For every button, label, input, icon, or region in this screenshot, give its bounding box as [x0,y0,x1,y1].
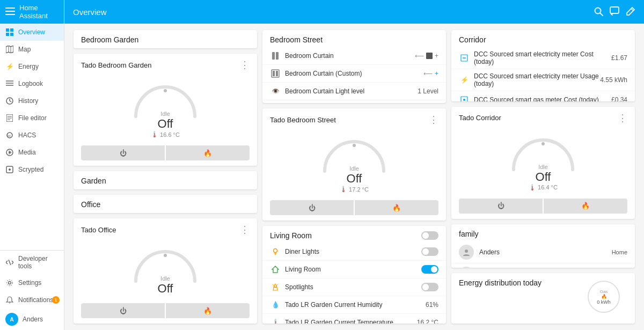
spotlights-toggle[interactable] [421,283,438,291]
curtain-stop-btn[interactable] [426,53,433,59]
thermostat-power-btn[interactable]: ⏻ [270,200,354,215]
hamburger-icon[interactable] [5,8,15,17]
thermostat-state: Off [529,170,558,184]
entity-name: Tado LR Garden Current Humidity [285,301,412,309]
living-room-toggle[interactable] [421,265,438,274]
thermostat-body: Idle Off [81,238,250,299]
sidebar-item-user[interactable]: A Anders [0,309,64,330]
sidebar-item-overview[interactable]: Overview [0,24,64,41]
thermostat-flame-btn[interactable]: 🔥 [166,303,250,318]
edit-icon[interactable] [626,6,635,18]
svg-line-47 [276,253,277,254]
office-header: Office [74,195,257,212]
search-icon[interactable] [594,6,603,18]
sidebar-label-developer-tools: Developer tools [18,255,58,270]
thermostat-title: Tado Office [81,226,116,234]
curtain-right-btn[interactable]: + [435,52,438,60]
sidebar-item-media[interactable]: Media [0,144,64,161]
chat-icon[interactable] [610,6,619,18]
svg-rect-42 [276,71,278,76]
thermostat-menu[interactable]: ⋮ [618,112,627,124]
sidebar-label-scrypted: Scrypted [18,166,43,173]
bedroom-street-title: Bedroom Street [270,35,323,44]
sidebar-label-media: Media [18,149,36,156]
diner-lights-toggle[interactable] [421,247,438,256]
thermostat-temp: 🌡️ 16.4 °C [529,184,558,191]
svg-rect-1 [5,11,15,12]
sidebar-label-logbook: Logbook [18,80,43,87]
thermostat-header: Tado Bedroom Street ⋮ [270,114,438,126]
sidebar-item-notifications[interactable]: Notifications 1 [0,291,64,309]
thermostat-menu[interactable]: ⋮ [429,114,438,126]
svg-line-27 [9,260,11,265]
thermostat-flame-btn[interactable]: 🔥 [544,199,627,214]
thermostat-header: Tado Corridor ⋮ [459,112,627,124]
sidebar-item-map[interactable]: Map [0,41,64,58]
svg-line-51 [277,284,278,285]
thermostat-menu[interactable]: ⋮ [240,224,250,236]
entity-row: ⚡ DCC Sourced smart electricity meter Us… [451,69,635,91]
svg-rect-5 [6,33,9,36]
thermostat-power-btn[interactable]: ⏻ [81,145,165,160]
svg-rect-2 [5,14,15,15]
app-title: Home Assistant [19,4,58,20]
entity-name: Bedroom Curtain [285,52,415,60]
curtain2-left-btn[interactable]: ⟵ [423,70,433,77]
thermostat-temp-val: 16.6 °C [160,131,180,138]
thermostat-menu[interactable]: ⋮ [240,59,250,71]
sidebar-item-logbook[interactable]: Logbook [0,75,64,92]
sidebar-label-file-editor: File editor [18,114,47,122]
living-room-card: Living Room Diner Lights Living Ro [262,226,446,324]
sidebar-item-file-editor[interactable]: File editor [0,109,64,127]
entity-value: 4.55 kWh [600,76,627,84]
garden-header: Garden [74,171,257,188]
home-icon [270,264,281,275]
thermostat-bedroom-street: Tado Bedroom Street ⋮ Idle Off 🌡️ 17.2 °… [262,108,446,221]
family-status: Home [612,249,627,255]
svg-marker-48 [272,266,279,273]
sidebar-item-history[interactable]: History [0,92,64,109]
sidebar-item-developer-tools[interactable]: Developer tools [0,251,64,274]
svg-point-28 [9,282,11,284]
svg-rect-0 [5,8,15,9]
thermostat-power-btn[interactable]: ⏻ [81,303,165,318]
bedroom-street-header: Bedroom Street [262,30,446,47]
living-room-main-toggle[interactable] [421,231,438,240]
svg-marker-7 [6,46,13,53]
sidebar-item-hacs[interactable]: H HACS [0,127,64,144]
thermostat-bedroom-garden: Tado Bedroom Garden ⋮ Idle Off 🌡️ 16.6 °… [74,54,257,166]
svg-rect-41 [273,71,275,76]
corridor-card: Corridor DCC Sourced smart electricity m… [451,30,635,101]
svg-point-29 [7,280,13,286]
thermostat-power-btn[interactable]: ⏻ [459,199,543,214]
sidebar-bottom: Developer tools Settings Notifications 1… [0,250,64,330]
thermostat-header: Tado Office ⋮ [81,224,250,236]
thermostat-flame-btn[interactable]: 🔥 [355,200,438,215]
svg-rect-38 [272,52,275,60]
sidebar-item-settings[interactable]: Settings [0,274,64,291]
thermostat-status: Idle [340,165,369,172]
sidebar-item-energy[interactable]: ⚡ Energy [0,58,64,75]
entity-name: Tado LR Garden Current Temperature [285,319,412,324]
family-header: family [451,224,635,241]
svg-line-33 [600,13,603,16]
bolt2-icon: ⚡ [459,75,470,85]
thermostat-title: Tado Bedroom Garden [81,61,152,69]
bedroom-garden-card: Bedroom Garden 💧 Tado Bedroom Garden Cur… [74,30,257,48]
thermostat-flame-btn[interactable]: 🔥 [166,145,250,160]
humidity-icon: 💧 [270,299,281,310]
corridor-header: Corridor [451,30,635,47]
scrypted-icon [5,165,14,174]
thermostat-status: Idle [151,111,180,117]
content-area: Bedroom Garden 💧 Tado Bedroom Garden Cur… [64,24,644,330]
thermostat-temp-val: 16.4 °C [538,184,558,190]
thermostat-temp-val: 17.2 °C [349,186,369,193]
thermostat-body: Idle Off 🌡️ 16.4 °C [459,126,627,194]
entity-row: Diner Lights [262,243,446,261]
entity-row: Spotlights [262,278,446,296]
gas-icon [459,94,470,101]
entity-row: 💧 Tado Bedroom Garden Current Humidity 6… [74,47,257,48]
sidebar-item-scrypted[interactable]: Scrypted [0,161,64,178]
curtain-left-btn[interactable]: ⟵ [415,52,424,60]
curtain2-stop-btn[interactable]: + [435,70,438,77]
